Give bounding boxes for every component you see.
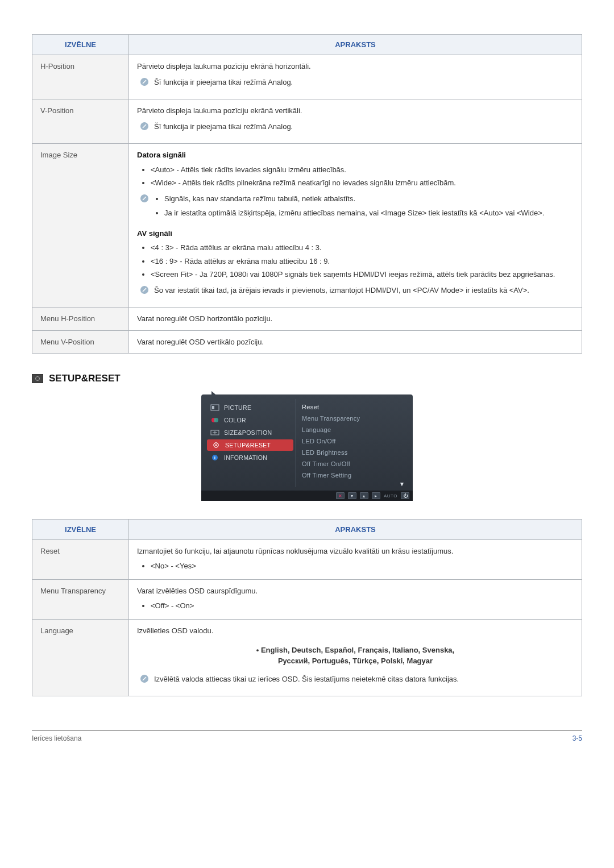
desc-cell: Pārvieto displeja laukuma pozīciju ekrān… xyxy=(129,99,582,144)
osd-menu-size-position: SIZE&POSITION xyxy=(206,426,296,439)
close-icon: ✕ xyxy=(336,492,345,499)
table-row: Menu Transparency Varat izvēlēties OSD c… xyxy=(32,580,582,620)
desc-main: Izmantojiet šo funkciju, lai atjaunotu r… xyxy=(137,546,574,557)
desc-cell: Varat izvēlēties OSD caurspīdīgumu. <Off… xyxy=(129,580,582,620)
list-item: <Screen Fit> - Ja 720P, 1080i vai 1080P … xyxy=(151,269,574,280)
osd-menu-information: i INFORMATION xyxy=(206,451,296,464)
osd-menu-label: PICTURE xyxy=(224,404,251,411)
footer-left: Ierīces lietošana xyxy=(32,734,81,742)
osd-menu-label: SIZE&POSITION xyxy=(224,429,272,436)
section-title-text: SETUP&RESET xyxy=(49,373,121,384)
gear-icon xyxy=(211,442,221,448)
osd-screenshot: PICTURE COLOR SIZE&POSITION SETUP&RESET … xyxy=(32,394,582,501)
info-note: Šī funkcija ir pieejama tikai režīmā Ana… xyxy=(140,77,574,88)
menu-label: Reset xyxy=(32,540,129,580)
subheading-av: AV signāli xyxy=(137,228,574,239)
osd-submenu-item: LED On/Off xyxy=(302,435,406,447)
desc-main: Varat izvēlēties OSD caurspīdīgumu. xyxy=(137,585,574,597)
osd-submenu-item: LED Brightness xyxy=(302,447,406,458)
desc-main: Pārvieto displeja laukuma pozīciju ekrān… xyxy=(137,61,574,72)
col-header-menu: IZVĒLNE xyxy=(32,35,129,55)
desc-cell: Izmantojiet šo funkciju, lai atjaunotu r… xyxy=(129,540,582,580)
list-item: Ja ir iestatīta optimālā izšķirtspēja, i… xyxy=(164,207,574,219)
list-item: <4 : 3> - Rāda attēlus ar ekrāna malu at… xyxy=(151,242,574,254)
language-list: English, Deutsch, Español, Français, Ita… xyxy=(137,645,574,667)
lang-line1: English, Deutsch, Español, Français, Ita… xyxy=(256,645,454,656)
nav-up-icon: ▴ xyxy=(360,492,368,499)
menu-label: H-Position xyxy=(32,55,129,99)
table-row: H-Position Pārvieto displeja laukuma poz… xyxy=(32,55,582,99)
option-bullets: <Off> - <On> xyxy=(140,600,574,612)
osd-menu-label: COLOR xyxy=(224,417,246,423)
desc-main: Pārvieto displeja laukuma pozīciju ekrān… xyxy=(137,105,574,117)
table-setup-reset: IZVĒLNE APRAKSTS Reset Izmantojiet šo fu… xyxy=(32,519,582,696)
menu-label: Language xyxy=(32,620,129,696)
svg-line-0 xyxy=(143,80,146,84)
color-icon xyxy=(210,417,219,423)
list-item: <No> - <Yes> xyxy=(151,560,574,572)
info-icon xyxy=(140,122,148,130)
chevron-down-icon: ▼ xyxy=(302,481,406,487)
info-note: Izvēlētā valoda attiecas tikai uz ierīce… xyxy=(140,674,574,685)
col-header-menu: IZVĒLNE xyxy=(32,520,129,540)
svg-line-2 xyxy=(143,197,146,200)
osd-menu-setup-reset: SETUP&RESET xyxy=(207,439,293,451)
svg-line-1 xyxy=(143,124,146,128)
info-text: Šī funkcija ir pieejama tikai režīmā Ana… xyxy=(154,77,574,88)
info-note: Signāls, kas nav standarta režīmu tabulā… xyxy=(140,193,574,222)
menu-label: V-Position xyxy=(32,99,129,144)
desc-cell: Izvēlieties OSD valodu. English, Deutsch… xyxy=(129,620,582,696)
osd-menu-label: SETUP&RESET xyxy=(225,442,271,448)
table-row: Menu V-Position Varat noregulēt OSD vert… xyxy=(32,330,582,354)
list-item: <Wide> - Attēls tiek rādīts pilnekrāna r… xyxy=(151,177,574,189)
osd-menu-picture: PICTURE xyxy=(206,401,296,414)
osd-right-submenu: Reset Menu Transparency Language LED On/… xyxy=(296,399,410,487)
info-icon xyxy=(140,194,148,202)
info-text: Izvēlētā valoda attiecas tikai uz ierīce… xyxy=(154,674,574,685)
info-text: Šo var iestatīt tikai tad, ja ārējais ie… xyxy=(154,285,574,296)
desc-cell: Pārvieto displeja laukuma pozīciju ekrān… xyxy=(129,55,582,99)
list-item: Signāls, kas nav standarta režīmu tabulā… xyxy=(164,193,574,205)
svg-line-15 xyxy=(143,677,146,680)
osd-submenu-item: Menu Transparency xyxy=(302,413,406,424)
svg-point-12 xyxy=(215,445,217,446)
info-note: Šī funkcija ir pieejama tikai režīmā Ana… xyxy=(140,121,574,132)
nav-down-icon: ▾ xyxy=(348,492,356,499)
section-heading-setup-reset: SETUP&RESET xyxy=(32,373,582,384)
page-footer: Ierīces lietošana 3-5 xyxy=(32,730,582,742)
auto-label: AUTO xyxy=(384,493,397,499)
osd-submenu-item: Language xyxy=(302,424,406,435)
option-bullets: <No> - <Yes> xyxy=(140,560,574,572)
menu-label: Image Size xyxy=(32,144,129,308)
subheading-pc: Datora signāli xyxy=(137,149,574,161)
table-size-position: IZVĒLNE APRAKSTS H-Position Pārvieto dis… xyxy=(32,34,582,354)
menu-label: Menu H-Position xyxy=(32,308,129,331)
svg-rect-5 xyxy=(212,406,214,409)
list-item: <Auto> - Attēls tiek rādīts ievades sign… xyxy=(151,164,574,176)
table-row: Image Size Datora signāli <Auto> - Attēl… xyxy=(32,144,582,308)
col-header-desc: APRAKSTS xyxy=(129,35,582,55)
svg-text:i: i xyxy=(214,455,216,460)
osd-submenu-item: Off Timer On/Off xyxy=(302,458,406,470)
table-row: V-Position Pārvieto displeja laukuma poz… xyxy=(32,99,582,144)
osd-left-menu: PICTURE COLOR SIZE&POSITION SETUP&RESET … xyxy=(204,399,296,487)
av-bullets: <4 : 3> - Rāda attēlus ar ekrāna malu at… xyxy=(140,242,574,280)
info-icon xyxy=(140,286,148,294)
size-position-icon xyxy=(210,429,219,436)
table-row: Reset Izmantojiet šo funkciju, lai atjau… xyxy=(32,540,582,580)
osd-submenu-item: Off Timer Setting xyxy=(302,470,406,481)
info-icon xyxy=(140,78,148,86)
lang-line2: Русский, Português, Türkçe, Polski, Magy… xyxy=(278,657,433,665)
info-icon xyxy=(140,675,148,683)
list-item: <Off> - <On> xyxy=(151,600,574,612)
pc-note-bullets: Signāls, kas nav standarta režīmu tabulā… xyxy=(154,193,574,219)
osd-submenu-item: Reset xyxy=(302,401,406,413)
picture-icon xyxy=(210,404,219,411)
osd-menu-color: COLOR xyxy=(206,414,296,426)
desc-cell: Varat noregulēt OSD horizontālo pozīciju… xyxy=(129,308,582,331)
info-text: Šī funkcija ir pieejama tikai režīmā Ana… xyxy=(154,121,574,132)
pc-bullets: <Auto> - Attēls tiek rādīts ievades sign… xyxy=(140,164,574,189)
info-circle-icon: i xyxy=(210,454,219,461)
osd-menu-label: INFORMATION xyxy=(224,454,267,461)
footer-right: 3-5 xyxy=(572,734,582,742)
